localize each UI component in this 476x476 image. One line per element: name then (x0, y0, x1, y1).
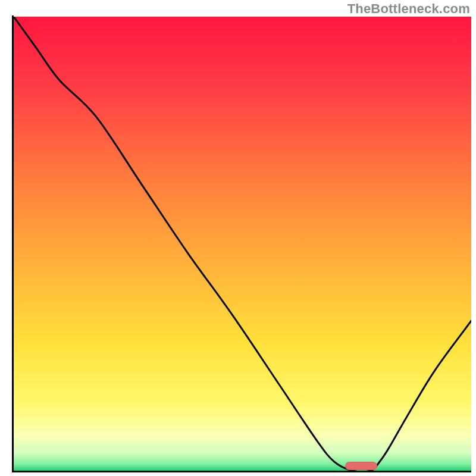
gradient-area (14, 17, 471, 471)
gradient-plot (0, 0, 476, 476)
y-axis (12, 15, 14, 472)
x-axis (12, 471, 471, 472)
watermark-text: TheBottleneck.com (347, 1, 470, 17)
optimal-range-marker (345, 462, 377, 470)
chart-container: { "watermark": "TheBottleneck.com", "col… (0, 0, 476, 476)
